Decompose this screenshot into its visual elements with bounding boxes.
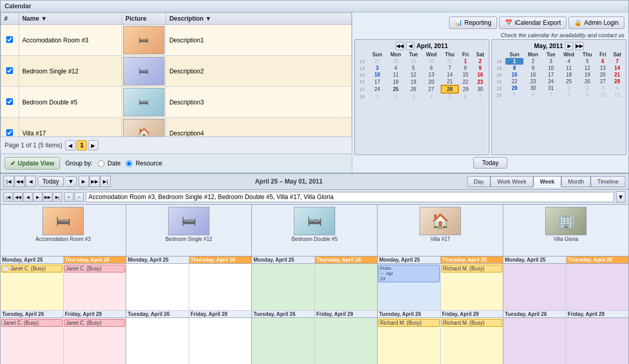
cal-day[interactable]: 1 [368, 93, 386, 100]
cal-day[interactable]: 7 [473, 93, 488, 100]
day-cell-bd-tue[interactable] [252, 318, 315, 364]
cal-day[interactable]: 31 [441, 58, 459, 65]
cal-day[interactable]: 15 [505, 71, 523, 78]
resource-selector-input[interactable] [86, 192, 614, 202]
group-resource-radio[interactable] [126, 160, 132, 167]
cal-day[interactable]: 8 [505, 65, 523, 71]
cal-day[interactable]: 17 [543, 71, 559, 78]
cal-day[interactable]: 12 [579, 65, 596, 71]
cal-day[interactable]: 4 [386, 65, 406, 71]
update-view-button[interactable]: ✔ Update View [5, 157, 60, 170]
cal-day[interactable]: 10 [596, 92, 609, 98]
row-checkbox-2[interactable] [1, 56, 19, 87]
cal-day[interactable]: 30 [473, 85, 488, 93]
cal-day[interactable]: 27 [596, 78, 609, 85]
cal-day[interactable]: 5 [441, 93, 459, 100]
cal-day[interactable]: 30 [523, 85, 543, 92]
event-richard-1[interactable]: Richard M. (Busy) [441, 265, 503, 272]
cal-day[interactable]: 10 [543, 65, 559, 71]
event-janet-3[interactable]: Janet C. (Busy) [1, 319, 63, 327]
tab-week[interactable]: Week [533, 176, 562, 187]
cal-day[interactable]: 11 [559, 65, 579, 71]
cal-day[interactable]: 11 [609, 92, 625, 98]
cal-day[interactable]: 31 [543, 85, 559, 92]
group-date-radio[interactable] [98, 160, 104, 167]
resource-dropdown-button[interactable]: ▼ [616, 191, 625, 203]
cal-day[interactable]: 6 [596, 58, 609, 65]
event-janet-1[interactable]: 🕐 Janet C. (Busy) [1, 265, 63, 272]
cal-day[interactable]: 11 [386, 71, 406, 78]
tab-work-week[interactable]: Work Week [490, 176, 533, 187]
day-cell-villa-mon[interactable]: From← Apr23 [378, 264, 441, 310]
cal-day[interactable]: 2 [386, 93, 406, 100]
event-from-apr23[interactable]: From← Apr23 [378, 265, 440, 282]
day-cell-villa-tue[interactable]: Richard M. (Busy) [378, 318, 441, 364]
cal-day[interactable]: 29 [505, 85, 523, 92]
today-dropdown-button[interactable]: ▼ [66, 176, 77, 187]
cal-day[interactable]: 17 [368, 78, 386, 85]
cal-day[interactable]: 9 [523, 65, 543, 71]
cal-day[interactable]: 12 [405, 71, 422, 78]
row-checkbox-1[interactable] [1, 25, 19, 56]
today-mini-calendar-button[interactable]: Today [473, 157, 507, 169]
res-first-button[interactable]: |◀ [4, 192, 13, 202]
cal-day[interactable]: 18 [559, 71, 579, 78]
day-cell-empty1[interactable] [126, 264, 189, 310]
cal-day[interactable]: 4 [609, 85, 625, 92]
group-by-resource-option[interactable]: Resource [126, 160, 162, 167]
event-janet-4[interactable]: Janet C. (Busy) [64, 319, 126, 327]
cal-day[interactable]: 1 [505, 58, 523, 65]
cal-day[interactable]: 1 [458, 58, 472, 65]
event-janet-2[interactable]: Janet C. (Busy) [64, 265, 126, 272]
cal-day[interactable]: 6 [422, 65, 441, 71]
current-page[interactable]: 1 [77, 140, 87, 150]
cal-day[interactable]: 20 [596, 71, 609, 78]
day-cell-empty2[interactable] [189, 264, 252, 310]
day-cell-villa-thu[interactable]: Richard M. (Busy) [441, 264, 503, 310]
day-cell-empty3[interactable] [126, 318, 189, 364]
cal-day[interactable]: 7 [609, 58, 625, 65]
tab-timeline[interactable]: Timeline [591, 176, 625, 187]
cal-day[interactable]: 13 [422, 71, 441, 78]
event-richard-3[interactable]: Richard M. (Busy) [441, 319, 503, 327]
cal-day[interactable]: 1 [559, 85, 579, 92]
cal-day[interactable]: 25 [559, 78, 579, 85]
cal-day[interactable]: 30 [422, 58, 441, 65]
cal-day[interactable]: 8 [458, 65, 472, 71]
day-cell-vg-mon[interactable] [503, 264, 566, 310]
remove-resource-button[interactable]: − [74, 192, 84, 202]
cal-day[interactable]: 3 [405, 93, 422, 100]
res-next-button[interactable]: ▶ [33, 192, 42, 202]
prev-button[interactable]: ◀ [25, 176, 36, 187]
res-prev-prev-button[interactable]: ◀◀ [13, 192, 23, 202]
cal-day[interactable]: 20 [422, 78, 441, 85]
day-cell-tue[interactable]: Janet C. (Busy) [1, 318, 64, 364]
cal-day[interactable]: 10 [368, 71, 386, 78]
cal-day[interactable]: 2 [579, 85, 596, 92]
cal-day[interactable]: 26 [405, 85, 422, 93]
cal-day[interactable]: 5 [405, 65, 422, 71]
reporting-button[interactable]: 📊 Reporting [449, 17, 497, 29]
cal-day[interactable]: 28 [386, 58, 406, 65]
day-cell-villa-fri[interactable]: Richard M. (Busy) [441, 318, 503, 364]
cal-day[interactable]: 16 [523, 71, 543, 78]
icalendar-export-button[interactable]: 📅 iCalendar Export [499, 17, 566, 29]
cal-day[interactable]: 24 [543, 78, 559, 85]
day-cell-thu[interactable]: Janet C. (Busy) [64, 264, 126, 310]
april-prev-button[interactable]: ◀ [406, 42, 414, 50]
cal-day[interactable]: 9 [473, 65, 488, 71]
cal-day[interactable]: 19 [579, 71, 596, 78]
cal-day[interactable]: 23 [473, 78, 488, 85]
cal-day[interactable]: 18 [386, 78, 406, 85]
cal-day[interactable]: 24 [368, 85, 386, 93]
res-prev-button[interactable]: ◀ [23, 192, 33, 202]
cal-day[interactable]: 5 [579, 58, 596, 65]
cal-day[interactable]: 25 [386, 85, 406, 93]
cal-day[interactable]: 9 [579, 92, 596, 98]
cal-day[interactable]: 4 [422, 93, 441, 100]
cal-day[interactable]: 27 [368, 58, 386, 65]
day-cell-fri[interactable]: Janet C. (Busy) [64, 318, 126, 364]
cal-day[interactable]: 13 [596, 65, 609, 71]
cal-day[interactable]: 3 [596, 85, 609, 92]
add-resource-button[interactable]: + [64, 192, 73, 202]
